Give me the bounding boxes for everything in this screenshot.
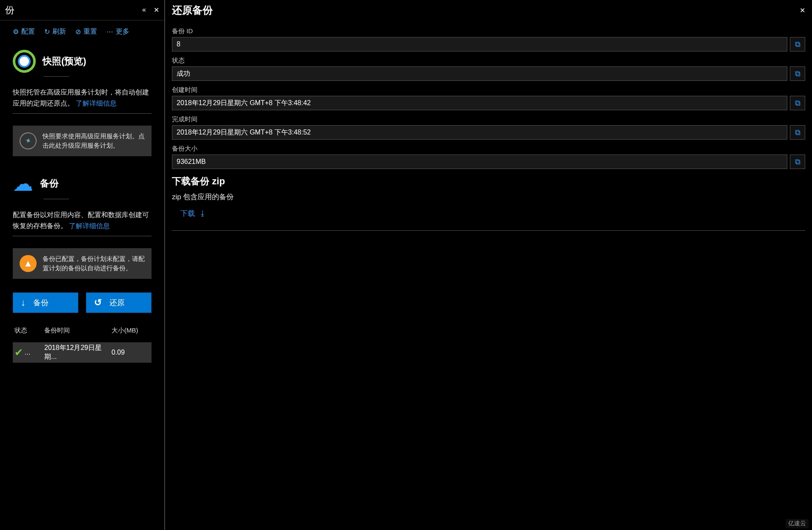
snapshot-title: 快照(预览) (43, 55, 86, 68)
close-icon[interactable]: ✕ (154, 6, 159, 14)
field-status: 状态 ⧉ (172, 57, 805, 81)
collapse-icon[interactable]: « (142, 6, 146, 14)
clock-icon (13, 50, 36, 73)
download-link-label: 下载 (180, 209, 195, 218)
copy-button[interactable]: ⧉ (790, 96, 805, 110)
col-size: 大小(MB) (112, 327, 150, 335)
field-finished: 完成时间 ⧉ (172, 115, 805, 140)
toolbar-refresh[interactable]: ↻ 刷新 (44, 27, 66, 36)
snapshot-section-head: 快照(预览) (13, 50, 152, 73)
divider (13, 113, 152, 114)
copy-button[interactable]: ⧉ (790, 37, 805, 52)
input-status[interactable] (172, 66, 787, 81)
snapshot-notice[interactable]: ✦ 快照要求使用高级应用服务计划。点击此处升级应用服务计划。 (13, 126, 152, 156)
left-header: 份 « ✕ (0, 0, 164, 20)
download-icon: ⭳ (199, 209, 206, 218)
download-text: zip 包含应用的备份 (172, 192, 805, 202)
copy-icon: ⧉ (795, 128, 801, 137)
panel-title: 份 (5, 4, 14, 17)
col-status: 状态 (14, 327, 44, 335)
label-created: 创建时间 (172, 86, 805, 94)
label-size: 备份大小 (172, 145, 805, 153)
field-backup-id: 备份 ID ⧉ (172, 27, 805, 52)
check-icon: ✔ (14, 347, 23, 358)
row-time: 2018年12月29日星期... (44, 344, 112, 361)
watermark: 亿速云 (786, 519, 809, 528)
divider (43, 199, 69, 199)
restore-button[interactable]: ↺ 还原 (86, 292, 152, 313)
toolbar-more-label: 更多 (116, 27, 129, 36)
prohibit-icon: ⊘ (75, 28, 81, 36)
copy-button[interactable]: ⧉ (790, 155, 805, 169)
backup-notice-text: 备份已配置，备份计划未配置，请配置计划的备份以自动进行备份。 (43, 254, 145, 273)
backup-section-head: ☁ 备份 (13, 172, 152, 195)
download-link[interactable]: 下载 ⭳ (172, 209, 805, 218)
field-size: 备份大小 ⧉ (172, 145, 805, 169)
toolbar-reset-label: 重置 (83, 27, 97, 36)
label-finished: 完成时间 (172, 115, 805, 123)
right-header: 还原备份 ✕ (165, 0, 812, 20)
more-icon: ⋯ (106, 28, 113, 36)
label-status: 状态 (172, 57, 805, 65)
action-row: ↓ 备份 ↺ 还原 (13, 292, 152, 313)
gear-icon: ⚙ (13, 28, 19, 36)
input-created[interactable] (172, 96, 787, 110)
ellipsis: ... (25, 349, 30, 356)
table-header: 状态 备份时间 大小(MB) (13, 327, 152, 335)
toolbar-more[interactable]: ⋯ 更多 (106, 27, 129, 36)
left-body: 快照(预览) 快照托管在高级应用服务计划时，将自动创建应用的定期还原点。 了解详… (0, 41, 164, 530)
copy-button[interactable]: ⧉ (790, 125, 805, 140)
divider (172, 230, 805, 231)
toolbar-configure[interactable]: ⚙ 配置 (13, 27, 35, 36)
left-panel: 份 « ✕ ⚙ 配置 ↻ 刷新 ⊘ 重置 ⋯ 更多 快照(预览) (0, 0, 165, 530)
header-icons: « ✕ (142, 6, 159, 14)
label-backup-id: 备份 ID (172, 27, 805, 35)
toolbar-configure-label: 配置 (21, 27, 35, 36)
backup-notice: ▲ 备份已配置，备份计划未配置，请配置计划的备份以自动进行备份。 (13, 248, 152, 279)
copy-button[interactable]: ⧉ (790, 66, 805, 81)
toolbar: ⚙ 配置 ↻ 刷新 ⊘ 重置 ⋯ 更多 (0, 20, 164, 41)
right-title: 还原备份 (172, 3, 213, 17)
copy-icon: ⧉ (795, 158, 801, 166)
toolbar-refresh-label: 刷新 (52, 27, 66, 36)
divider (43, 76, 69, 77)
copy-icon: ⧉ (795, 40, 801, 49)
row-size: 0.09 (112, 349, 150, 356)
row-status: ✔... (14, 347, 44, 358)
restore-button-label: 还原 (109, 298, 125, 308)
cloud-icon: ☁ (13, 172, 33, 195)
backup-learn-more-link[interactable]: 了解详细信息 (69, 222, 110, 229)
warning-icon: ▲ (20, 255, 37, 272)
toolbar-reset[interactable]: ⊘ 重置 (75, 27, 97, 36)
atom-icon: ✦ (20, 132, 37, 149)
backup-title: 备份 (40, 177, 59, 190)
input-finished[interactable] (172, 125, 787, 140)
restore-icon: ↺ (94, 297, 102, 308)
table-row[interactable]: ✔... 2018年12月29日星期... 0.09 (13, 342, 152, 363)
field-created: 创建时间 ⧉ (172, 86, 805, 110)
backup-button-label: 备份 (33, 298, 49, 308)
refresh-icon: ↻ (44, 28, 50, 36)
snapshot-learn-more-link[interactable]: 了解详细信息 (76, 100, 117, 107)
backup-desc: 配置备份以对应用内容、配置和数据库创建可恢复的存档备份。 了解详细信息 (13, 209, 152, 232)
snapshot-desc: 快照托管在高级应用服务计划时，将自动创建应用的定期还原点。 了解详细信息 (13, 87, 152, 109)
copy-icon: ⧉ (795, 99, 801, 108)
divider (13, 236, 152, 236)
input-backup-id[interactable] (172, 37, 787, 52)
right-body: 备份 ID ⧉ 状态 ⧉ 创建时间 ⧉ 完成时间 ⧉ (165, 20, 812, 231)
col-time: 备份时间 (44, 327, 112, 335)
copy-icon: ⧉ (795, 69, 801, 78)
download-heading: 下载备份 zip (172, 175, 805, 188)
download-icon: ↓ (21, 297, 26, 308)
input-size[interactable] (172, 155, 787, 169)
close-icon[interactable]: ✕ (800, 6, 805, 14)
snapshot-notice-text: 快照要求使用高级应用服务计划。点击此处升级应用服务计划。 (43, 132, 145, 150)
backup-button[interactable]: ↓ 备份 (13, 292, 78, 313)
right-panel: 还原备份 ✕ 备份 ID ⧉ 状态 ⧉ 创建时间 ⧉ 完成时间 (165, 0, 812, 530)
